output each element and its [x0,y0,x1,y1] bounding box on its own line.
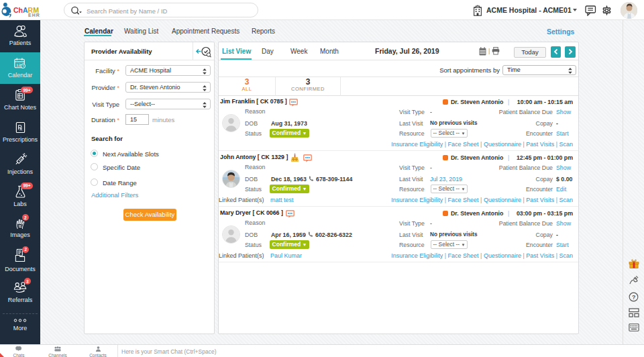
svg-text:?: ? [632,294,635,301]
svg-text:12: 12 [16,62,21,66]
